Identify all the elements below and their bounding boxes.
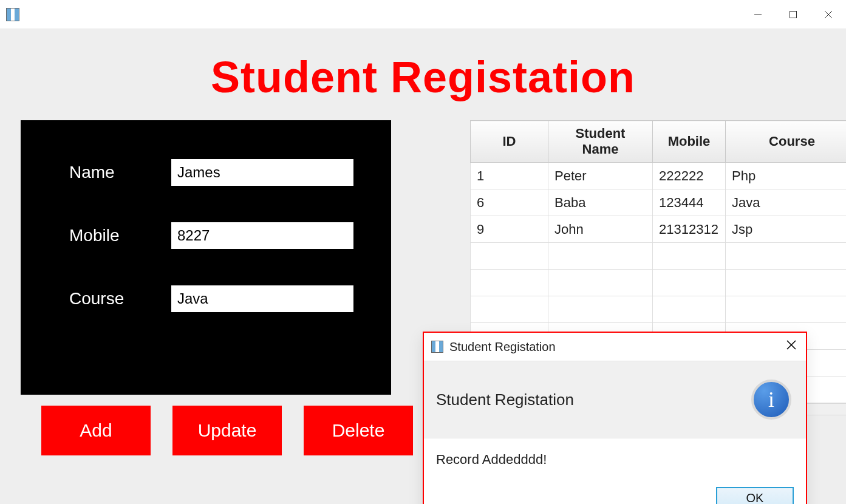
left-column: Name Mobile Course Add Update Delete	[21, 120, 434, 455]
button-row: Add Update Delete	[21, 395, 434, 455]
minimize-button[interactable]	[740, 0, 776, 29]
window-titlebar	[0, 0, 846, 29]
dialog-body: Record Addedddd! OK	[424, 438, 806, 504]
dialog-message: Record Addedddd!	[436, 452, 794, 468]
input-course[interactable]	[171, 285, 353, 312]
delete-button[interactable]: Delete	[304, 406, 413, 455]
form-row-mobile: Mobile	[69, 222, 356, 249]
cell-course: Php	[726, 163, 847, 189]
dialog-window-title: Student Registation	[449, 340, 556, 354]
cell-student-name: Baba	[548, 189, 653, 216]
input-mobile[interactable]	[171, 222, 353, 249]
cell-mobile: 21312312	[653, 216, 726, 243]
dialog-titlebar: Student Registation	[424, 333, 806, 361]
table-row-empty[interactable]	[471, 270, 847, 296]
message-dialog: Student Registation Student Registation …	[423, 332, 807, 504]
window-controls	[740, 0, 846, 29]
dialog-header: Student Registation i	[424, 361, 806, 438]
form-panel: Name Mobile Course	[21, 120, 391, 395]
table-row[interactable]: 1 Peter 222222 Php	[471, 163, 847, 189]
col-student-name[interactable]: Student Name	[548, 121, 653, 163]
cell-id: 1	[471, 163, 548, 189]
cell-student-name: Peter	[548, 163, 653, 189]
form-row-course: Course	[69, 285, 356, 312]
add-button[interactable]: Add	[41, 406, 151, 455]
table-header-row: ID Student Name Mobile Course	[471, 121, 847, 163]
maximize-button[interactable]	[776, 0, 811, 29]
ok-button[interactable]: OK	[716, 487, 794, 504]
col-mobile[interactable]: Mobile	[653, 121, 726, 163]
info-icon: i	[751, 380, 791, 420]
dialog-app-icon	[431, 341, 443, 353]
svg-rect-1	[790, 11, 797, 18]
update-button[interactable]: Update	[172, 406, 282, 455]
form-row-name: Name	[69, 159, 356, 186]
label-course: Course	[69, 289, 142, 308]
table-row[interactable]: 6 Baba 123444 Java	[471, 189, 847, 216]
cell-mobile: 222222	[653, 163, 726, 189]
cell-mobile: 123444	[653, 189, 726, 216]
col-id[interactable]: ID	[471, 121, 548, 163]
input-name[interactable]	[171, 159, 353, 186]
client-area: Student Registation Name Mobile Course	[0, 29, 846, 504]
col-course[interactable]: Course	[726, 121, 847, 163]
label-name: Name	[69, 163, 142, 182]
dialog-actions: OK	[436, 487, 794, 504]
cell-course: Jsp	[726, 216, 847, 243]
cell-id: 6	[471, 189, 548, 216]
dialog-header-text: Student Registation	[436, 390, 574, 409]
label-mobile: Mobile	[69, 226, 142, 245]
cell-student-name: John	[548, 216, 653, 243]
cell-id: 9	[471, 216, 548, 243]
close-button[interactable]	[811, 0, 846, 29]
table-row-empty[interactable]	[471, 296, 847, 323]
table-row[interactable]: 9 John 21312312 Jsp	[471, 216, 847, 243]
dialog-close-button[interactable]	[785, 339, 797, 355]
page-title: Student Registation	[0, 52, 846, 102]
app-icon	[6, 8, 19, 21]
table-row-empty[interactable]	[471, 243, 847, 270]
cell-course: Java	[726, 189, 847, 216]
